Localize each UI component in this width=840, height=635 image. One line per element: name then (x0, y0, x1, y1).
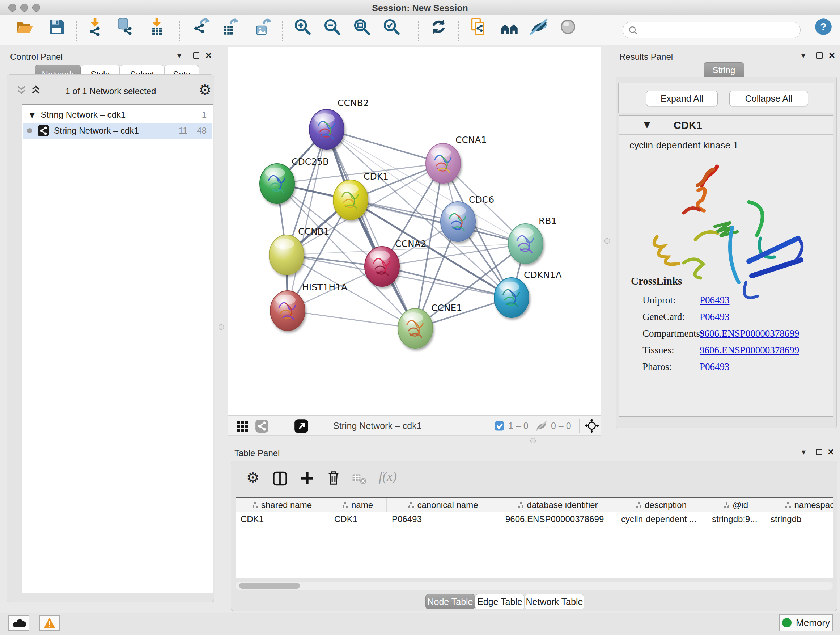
crosslinks-list: Uniprot:P06493GeneCard:P06493Compartment… (643, 292, 831, 375)
add-column-icon[interactable] (299, 470, 315, 486)
tab-string-results[interactable]: String (704, 62, 744, 78)
network-collection-row[interactable]: ▼ String Network – cdk1 1 (23, 107, 212, 123)
expand-all-button[interactable]: Expand All (646, 90, 718, 106)
zoom-out-icon (323, 17, 341, 36)
network-view-canvas[interactable]: CCNB2CCNA1CDC25BCDK1CDC6RB1CCNB1CCNA2CDK… (228, 47, 601, 416)
right-splitter-handle[interactable] (605, 238, 610, 244)
search-input[interactable] (642, 24, 794, 36)
node-table-container: ⚙ f(x) shared namenamecanonical namedata… (231, 461, 837, 611)
column-header-description[interactable]: description (616, 498, 707, 511)
protein-node-CDK1[interactable]: CDK1 (333, 171, 388, 220)
import-database-button[interactable] (115, 17, 134, 36)
control-panel-menu-icon[interactable]: ▾ (177, 51, 181, 60)
tab-network-table[interactable]: Network Table (524, 594, 584, 609)
select-columns-icon[interactable] (272, 470, 288, 487)
column-header-database-identifier[interactable]: database identifier (500, 498, 616, 511)
open-in-window-icon[interactable] (294, 419, 309, 433)
table-settings-gear-icon[interactable]: ⚙ (246, 470, 259, 485)
protein-node-CCNE1[interactable]: CCNE1 (398, 302, 462, 348)
save-session-button[interactable] (47, 17, 66, 36)
export-table-button[interactable] (221, 17, 240, 36)
toolbar-separator (282, 19, 283, 41)
network-row-selected[interactable]: String Network – cdk1 11 48 (23, 123, 212, 139)
tab-edge-table[interactable]: Edge Table (475, 594, 524, 609)
table-panel-float-icon[interactable] (816, 449, 822, 455)
database-icon (115, 17, 134, 36)
open-session-button[interactable] (15, 17, 34, 36)
clone-network-button[interactable] (469, 17, 488, 36)
crosslink-value-link[interactable]: P06493 (699, 361, 729, 372)
collection-expand-icon[interactable]: ▼ (29, 111, 35, 119)
network-options-gear-icon[interactable]: ⚙ (199, 82, 212, 97)
control-panel-float-icon[interactable] (193, 52, 199, 59)
import-network-button[interactable] (85, 17, 104, 36)
birds-eye-icon[interactable] (584, 418, 600, 433)
results-panel-close-icon[interactable]: × (829, 52, 835, 59)
column-header--id[interactable]: @id (707, 498, 766, 511)
hidden-eye-icon[interactable] (535, 420, 547, 432)
edge-CCNB2-CCNA1 (327, 129, 443, 163)
table-body: CDK1CDK1P064939606.ENSP00000378699cyclin… (235, 512, 833, 526)
hide-selected-button[interactable] (529, 17, 548, 36)
protein-node-CCNA1[interactable]: CCNA1 (426, 135, 487, 183)
zoom-fit-button[interactable] (352, 17, 371, 36)
selected-checkbox-icon[interactable] (494, 421, 504, 431)
crosslink-row: GeneCard:P06493 (643, 309, 831, 325)
houses-icon (500, 17, 519, 36)
table-panel-close-icon[interactable]: × (828, 448, 834, 455)
gene-collapse-icon[interactable]: ▼ (644, 120, 650, 129)
bottom-splitter-handle[interactable] (531, 438, 536, 443)
gene-section-header[interactable]: ▼ CDK1 (619, 116, 833, 135)
cloud-icon (12, 618, 26, 628)
protein-node-HIST1H1A[interactable]: HIST1H1A (270, 282, 347, 331)
zoom-in-button[interactable] (293, 17, 312, 36)
column-header-canonical-name[interactable]: canonical name (387, 498, 500, 511)
left-splitter-handle[interactable] (218, 325, 224, 330)
network-thumb-icon[interactable] (255, 419, 269, 433)
refresh-button[interactable] (429, 17, 448, 36)
tab-node-table[interactable]: Node Table (425, 594, 475, 609)
crosslink-value-link[interactable]: P06493 (699, 311, 729, 323)
crosslink-value-link[interactable]: 9606.ENSP00000378699 (699, 345, 799, 356)
table-row[interactable]: CDK1CDK1P064939606.ENSP00000378699cyclin… (235, 512, 833, 526)
export-network-button[interactable] (192, 17, 211, 36)
collapse-all-button[interactable]: Collapse All (729, 90, 808, 106)
table-panel-menu-icon[interactable]: ▾ (802, 448, 806, 456)
export-image-button[interactable] (254, 17, 272, 36)
crosslink-value-link[interactable]: P06493 (699, 295, 729, 306)
graphics-details-button[interactable] (559, 17, 577, 36)
node-label-HIST1H1A: HIST1H1A (302, 282, 347, 293)
protein-node-RB1[interactable]: RB1 (508, 216, 557, 264)
crosslink-value-link[interactable]: 9606.ENSP00000378699 (699, 328, 799, 339)
search-icon (628, 25, 638, 35)
gray-sphere-icon (559, 17, 577, 36)
zoom-out-button[interactable] (323, 17, 341, 36)
table-h-scrollbar-track[interactable] (235, 582, 833, 590)
control-panel-close-icon[interactable]: × (205, 52, 212, 59)
delete-column-icon[interactable] (325, 470, 342, 486)
cloud-status-button[interactable] (8, 615, 29, 631)
column-header-namespace[interactable]: namespace (766, 498, 833, 511)
protein-node-CDC25B[interactable]: CDC25B (260, 157, 329, 203)
results-panel-menu-icon[interactable]: ▾ (801, 51, 805, 60)
grid-view-icon[interactable] (237, 420, 248, 432)
protein-node-CCNB1[interactable]: CCNB1 (269, 226, 330, 275)
protein-node-CCNB2[interactable]: CCNB2 (309, 98, 369, 149)
network-row-label: String Network – cdk1 (54, 126, 139, 136)
help-button[interactable]: ? (814, 17, 833, 36)
table-h-scrollbar-thumb[interactable] (239, 583, 300, 589)
memory-button[interactable]: Memory (779, 614, 833, 631)
column-header-shared-name[interactable]: shared name (235, 498, 329, 511)
show-all-networks-button[interactable] (500, 17, 519, 36)
table-cell: 9606.ENSP00000378699 (500, 512, 616, 526)
protein-node-CDKN1A[interactable]: CDKN1A (494, 270, 562, 318)
import-table-button[interactable] (147, 17, 166, 36)
column-header-name[interactable]: name (329, 498, 387, 511)
crosslinks-title: CrossLinks (631, 275, 682, 287)
warning-status-button[interactable] (39, 615, 60, 631)
zoom-selected-button[interactable] (382, 17, 401, 36)
zoom-selected-icon (382, 17, 401, 36)
results-panel: Results Panel ▾ × String Expand All Coll… (614, 45, 840, 443)
results-panel-float-icon[interactable] (816, 52, 823, 59)
network-node-count: 11 (178, 126, 187, 136)
